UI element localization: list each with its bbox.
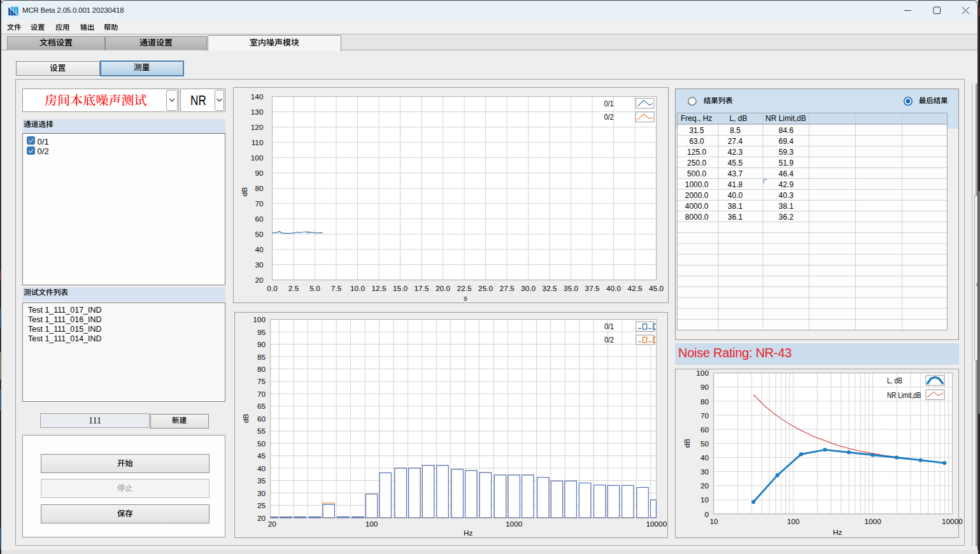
svg-text:69.4: 69.4	[779, 136, 794, 145]
svg-text:90: 90	[700, 383, 709, 392]
svg-text:2000.0: 2000.0	[685, 190, 709, 199]
svg-text:0/2: 0/2	[604, 113, 614, 122]
svg-text:10: 10	[700, 495, 709, 504]
svg-text:dB: dB	[240, 187, 249, 197]
svg-text:37.5: 37.5	[585, 284, 600, 293]
svg-text:30.0: 30.0	[521, 284, 536, 293]
svg-text:45.0: 45.0	[649, 284, 664, 293]
svg-text:Freq., Hz: Freq., Hz	[681, 114, 712, 123]
svg-text:20: 20	[700, 481, 709, 490]
svg-text:130: 130	[251, 108, 264, 117]
svg-text:1000: 1000	[864, 517, 881, 526]
svg-text:5.0: 5.0	[309, 284, 320, 293]
svg-text:10000: 10000	[646, 520, 667, 529]
svg-text:40: 40	[700, 453, 709, 462]
svg-text:50: 50	[255, 230, 264, 239]
svg-text:20: 20	[267, 520, 276, 529]
svg-text:10.0: 10.0	[350, 284, 365, 293]
svg-text:110: 110	[252, 138, 264, 147]
svg-text:59.3: 59.3	[779, 147, 794, 156]
svg-text:100: 100	[787, 517, 800, 526]
svg-text:42.9: 42.9	[779, 180, 794, 188]
svg-text:95: 95	[257, 328, 266, 337]
svg-text:45: 45	[257, 451, 266, 460]
svg-text:10000: 10000	[942, 517, 963, 526]
svg-text:90: 90	[257, 340, 266, 349]
svg-text:80: 80	[700, 397, 709, 406]
svg-text:17.5: 17.5	[415, 284, 429, 293]
svg-text:80: 80	[257, 365, 266, 374]
svg-text:55: 55	[257, 427, 266, 436]
svg-text:25: 25	[257, 501, 266, 510]
svg-text:125.0: 125.0	[687, 147, 706, 156]
svg-text:40: 40	[257, 464, 266, 473]
svg-text:35: 35	[257, 476, 266, 485]
svg-text:12.5: 12.5	[372, 284, 387, 293]
svg-text:38.1: 38.1	[779, 201, 794, 210]
svg-text:32.5: 32.5	[543, 284, 557, 293]
svg-text:7.5: 7.5	[331, 284, 342, 293]
svg-text:8000.0: 8000.0	[685, 212, 709, 221]
svg-text:140: 140	[251, 92, 264, 101]
svg-text:15.0: 15.0	[393, 284, 408, 293]
svg-text:30: 30	[255, 260, 264, 269]
svg-text:40.3: 40.3	[779, 190, 794, 199]
svg-text:30: 30	[257, 489, 266, 498]
svg-text:2.5: 2.5	[288, 284, 299, 293]
svg-text:0/1: 0/1	[604, 99, 614, 108]
svg-text:NR Limit,dB: NR Limit,dB	[887, 390, 921, 400]
svg-text:80: 80	[255, 184, 264, 193]
svg-text:250.0: 250.0	[687, 158, 706, 167]
svg-text:dB: dB	[683, 439, 692, 448]
svg-text:20: 20	[257, 514, 266, 523]
svg-text:L, dB: L, dB	[729, 114, 747, 123]
svg-text:0/1: 0/1	[604, 322, 614, 331]
svg-text:85: 85	[257, 353, 266, 362]
svg-text:500.0: 500.0	[687, 169, 706, 178]
svg-text:38.1: 38.1	[728, 201, 743, 210]
svg-text:40.0: 40.0	[606, 284, 621, 293]
svg-text:100: 100	[365, 520, 378, 529]
svg-text:0.0: 0.0	[267, 284, 278, 293]
svg-text:60: 60	[255, 215, 264, 224]
svg-text:40.0: 40.0	[728, 190, 743, 199]
svg-text:70: 70	[255, 199, 264, 208]
svg-text:100: 100	[253, 315, 266, 324]
svg-text:100: 100	[251, 153, 264, 162]
svg-text:41.8: 41.8	[728, 180, 743, 188]
svg-text:1000: 1000	[506, 520, 523, 529]
svg-text:20: 20	[255, 276, 264, 285]
svg-text:20.0: 20.0	[436, 284, 450, 293]
svg-text:70: 70	[257, 390, 266, 399]
svg-text:30: 30	[700, 467, 709, 476]
svg-text:60: 60	[700, 425, 709, 434]
svg-text:25.0: 25.0	[478, 284, 493, 293]
svg-text:10: 10	[709, 517, 718, 526]
svg-text:42.5: 42.5	[628, 284, 643, 293]
svg-text:75: 75	[257, 377, 266, 386]
svg-text:84.6: 84.6	[779, 125, 794, 134]
svg-text:35.0: 35.0	[564, 284, 578, 293]
svg-text:50: 50	[700, 439, 709, 448]
svg-text:65: 65	[257, 402, 266, 411]
svg-text:40: 40	[255, 245, 264, 254]
svg-text:60: 60	[257, 415, 266, 423]
svg-text:s: s	[464, 294, 467, 302]
svg-text:L, dB: L, dB	[887, 376, 902, 385]
svg-text:22.5: 22.5	[457, 284, 472, 293]
svg-text:36.2: 36.2	[779, 212, 794, 221]
svg-text:50: 50	[257, 439, 266, 448]
svg-text:43.7: 43.7	[728, 169, 743, 178]
svg-text:51.9: 51.9	[779, 158, 794, 167]
svg-text:120: 120	[251, 123, 264, 132]
svg-text:27.5: 27.5	[500, 284, 515, 293]
svg-text:63.0: 63.0	[689, 136, 704, 145]
svg-text:0/2: 0/2	[604, 336, 614, 344]
svg-text:31.5: 31.5	[689, 125, 704, 134]
svg-text:NR Limit,dB: NR Limit,dB	[765, 114, 806, 123]
svg-text:90: 90	[255, 169, 264, 178]
svg-text:100: 100	[696, 369, 709, 378]
svg-text:dB: dB	[241, 414, 250, 423]
svg-text:8.5: 8.5	[730, 125, 741, 134]
svg-text:46.4: 46.4	[779, 169, 794, 178]
